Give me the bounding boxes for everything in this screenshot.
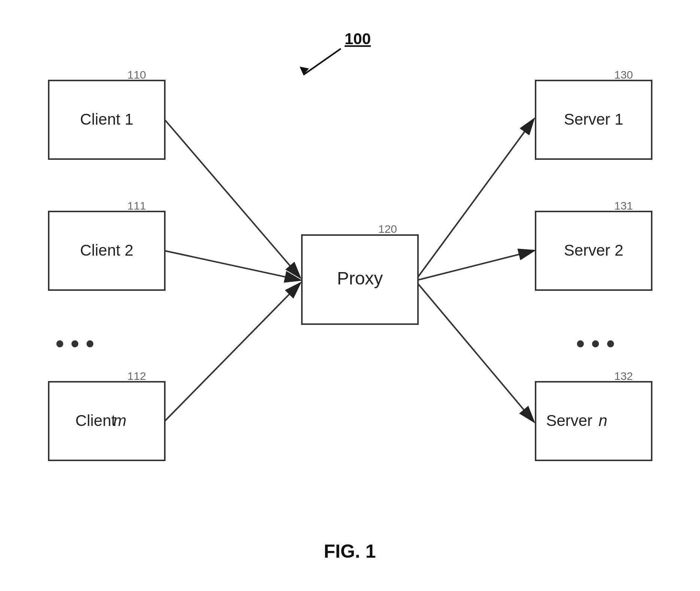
svg-marker-1 bbox=[300, 67, 309, 75]
dots-left: • • • bbox=[56, 330, 94, 357]
arrow-proxy-server1 bbox=[418, 120, 533, 277]
dots-right: • • • bbox=[576, 330, 615, 357]
client1-label: Client 1 bbox=[80, 110, 133, 128]
arrow-client1-proxy bbox=[165, 120, 300, 277]
server2-ref: 131 bbox=[614, 199, 633, 212]
server1-label: Server 1 bbox=[564, 110, 624, 128]
clientm-label-italic: m bbox=[113, 412, 127, 429]
svg-line-0 bbox=[303, 49, 341, 75]
arrow-clientm-proxy bbox=[165, 284, 300, 421]
arrow-client2-proxy bbox=[165, 251, 300, 280]
clientm-label-text: Client bbox=[75, 412, 116, 429]
server1-ref: 130 bbox=[614, 68, 633, 81]
clientm-ref: 112 bbox=[127, 370, 146, 382]
servern-label-italic: n bbox=[599, 412, 607, 429]
client2-label: Client 2 bbox=[80, 241, 133, 259]
arrow-proxy-servern bbox=[418, 284, 533, 421]
servern-label-text: Server bbox=[546, 412, 593, 429]
server2-label: Server 2 bbox=[564, 241, 624, 259]
diagram-container: 100 Client 1 110 Client 2 111 • • • Clie… bbox=[0, 0, 700, 591]
client2-ref: 111 bbox=[127, 199, 146, 212]
proxy-label: Proxy bbox=[337, 268, 383, 288]
main-ref-label: 100 bbox=[345, 30, 371, 48]
client1-ref: 110 bbox=[127, 68, 146, 81]
fig-label: FIG. 1 bbox=[324, 541, 376, 562]
servern-ref: 132 bbox=[614, 370, 633, 382]
arrow-proxy-server2 bbox=[418, 251, 533, 280]
proxy-ref: 120 bbox=[378, 223, 397, 235]
